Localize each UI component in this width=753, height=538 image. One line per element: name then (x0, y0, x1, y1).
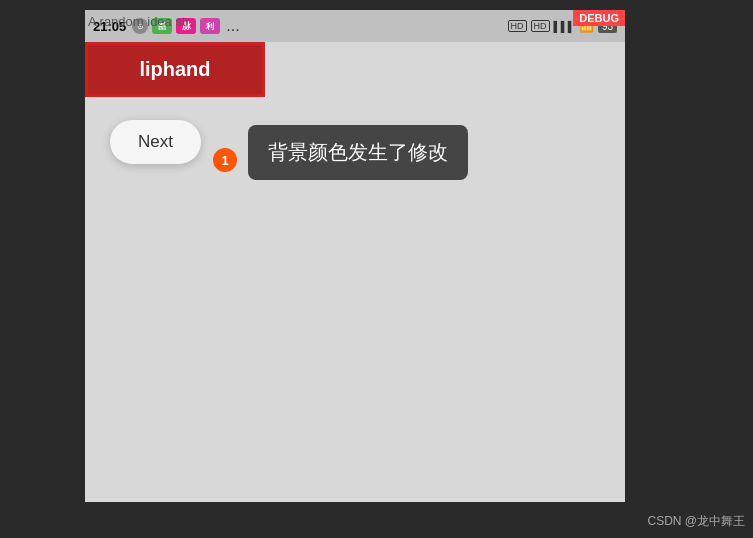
hd-badge-2: HD (531, 20, 550, 32)
next-button[interactable]: Next (110, 120, 201, 164)
app-title: liphand (139, 58, 210, 81)
csdn-watermark: CSDN @龙中舞王 (647, 513, 745, 530)
tooltip-popup: 背景颜色发生了修改 (248, 125, 468, 180)
app-header: liphand (85, 42, 265, 97)
tooltip-text: 背景颜色发生了修改 (268, 141, 448, 163)
status-dots: ... (226, 17, 239, 35)
signal-bars: ▌▌▌ (554, 21, 575, 32)
badge-number: 1 (213, 148, 237, 172)
phone-screen (85, 42, 625, 502)
debug-badge: DEBUG (573, 10, 625, 26)
purple-app-icon: 利 (200, 18, 220, 34)
hd-badge-1: HD (508, 20, 527, 32)
page-title: A random idea str: (88, 14, 194, 29)
